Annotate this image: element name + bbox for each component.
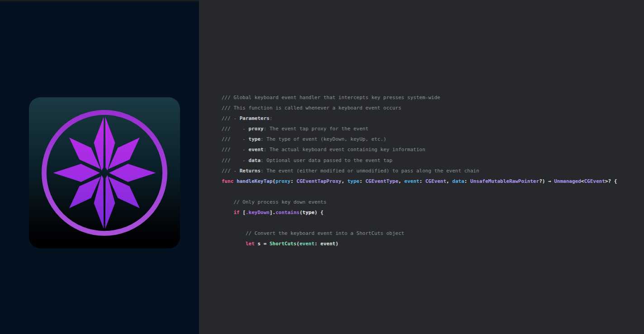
code-line: /// Global keyboard event handler that i… xyxy=(222,92,617,103)
code-line: /// This function is called whenever a k… xyxy=(222,103,617,113)
code-line: // Only process key down events xyxy=(222,197,617,207)
code-block: /// Global keyboard event handler that i… xyxy=(222,92,617,249)
code-line: func handleKeyTap(proxy: CGEventTapProxy… xyxy=(222,176,617,186)
code-line: let s = ShortCuts(event: event) xyxy=(222,239,617,249)
code-line xyxy=(222,186,617,197)
screenshot-root: /// Global keyboard event handler that i… xyxy=(0,0,644,334)
code-line: /// - Returns: The event (either modifie… xyxy=(222,166,617,176)
icon-panel xyxy=(0,1,199,334)
icon-tile xyxy=(29,97,180,248)
code-line: /// - type: The type of event (keyDown, … xyxy=(222,134,617,144)
code-line: /// - proxy: The event tap proxy for the… xyxy=(222,124,617,134)
code-panel: /// Global keyboard event handler that i… xyxy=(199,0,644,334)
code-line: // Convert the keyboard event into a Sho… xyxy=(222,228,617,239)
code-line xyxy=(222,218,617,228)
code-line: if [.keyDown].contains(type) { xyxy=(222,207,617,218)
starburst-app-icon xyxy=(29,97,180,249)
code-line: /// - event: The actual keyboard event c… xyxy=(222,144,617,155)
code-line: /// - data: Optional user data passed to… xyxy=(222,155,617,166)
code-line: /// - Parameters: xyxy=(222,113,617,124)
